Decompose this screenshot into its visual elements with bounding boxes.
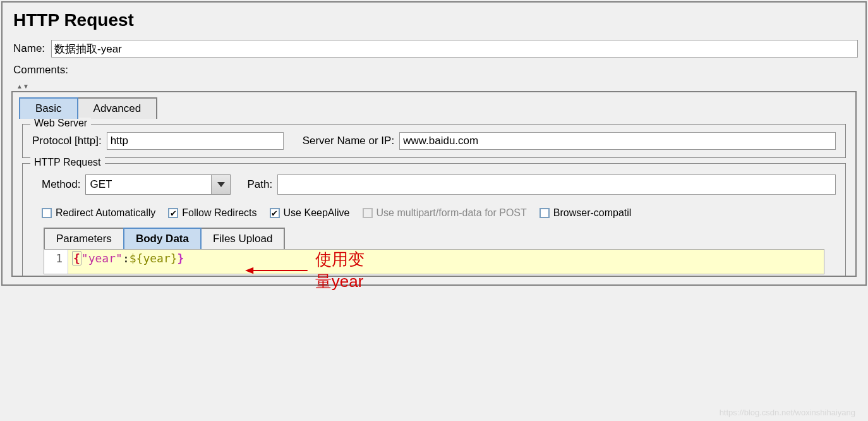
json-key: "year" (81, 252, 123, 265)
follow-redirects-label: Follow Redirects (182, 207, 256, 219)
code-line[interactable]: {"year":${year}} 使用变量year (68, 250, 188, 274)
method-label: Method: (42, 178, 80, 191)
protocol-label: Protocol [http]: (32, 135, 102, 147)
path-input[interactable] (277, 174, 836, 195)
var-name: year (143, 252, 170, 265)
page-title: HTTP Request (10, 10, 858, 30)
redirect-auto-label: Redirect Automatically (56, 207, 155, 219)
server-name-label: Server Name or IP: (303, 135, 395, 147)
name-label: Name: (13, 42, 45, 55)
method-select[interactable]: GET (85, 174, 231, 195)
web-server-fieldset: Web Server Protocol [http]: Server Name … (22, 124, 846, 158)
svg-marker-2 (245, 267, 253, 274)
browser-compat-checkbox[interactable] (539, 208, 550, 218)
keepalive-label: Use KeepAlive (284, 207, 350, 219)
multipart-checkbox (363, 208, 373, 218)
colon: : (123, 252, 130, 265)
brace-close: } (178, 252, 184, 265)
var-close: } (171, 252, 178, 265)
name-row: Name: (10, 40, 858, 58)
protocol-input[interactable] (107, 132, 284, 150)
follow-redirects-checkbox[interactable] (168, 208, 178, 218)
tab-files-upload[interactable]: Files Upload (200, 228, 286, 249)
path-label: Path: (247, 178, 272, 191)
var-open: ${ (130, 252, 143, 265)
expand-collapse-icons[interactable]: ▲▼ (10, 83, 858, 90)
tab-advanced[interactable]: Advanced (77, 97, 158, 119)
name-input[interactable] (51, 40, 858, 58)
comments-label: Comments: (13, 64, 68, 76)
line-number: 1 (44, 250, 68, 274)
server-name-input[interactable] (399, 132, 836, 150)
http-request-legend: HTTP Request (30, 157, 105, 168)
main-tabs: Basic Advanced (19, 97, 855, 119)
tab-parameters[interactable]: Parameters (44, 228, 124, 249)
body-tabs: Parameters Body Data Files Upload (44, 228, 836, 249)
brace-open: { (72, 251, 81, 265)
keepalive-checkbox[interactable] (270, 208, 280, 218)
multipart-label: Use multipart/form-data for POST (377, 207, 527, 219)
comments-row: Comments: (10, 63, 858, 78)
body-data-editor[interactable]: 1 {"year":${year}} 使用变量year (44, 249, 824, 274)
http-request-fieldset: HTTP Request Method: GET Path: Redirect … (22, 163, 846, 276)
arrow-icon (245, 261, 308, 280)
annotation-callout: 使用变量year (245, 248, 380, 293)
watermark: https://blog.csdn.net/woxinshihaiyang (720, 408, 855, 417)
config-panel: Basic Advanced Web Server Protocol [http… (11, 91, 857, 277)
svg-marker-0 (217, 182, 225, 187)
tab-basic[interactable]: Basic (19, 97, 78, 119)
method-value: GET (86, 176, 211, 193)
annotation-text: 使用变量year (315, 248, 380, 293)
web-server-legend: Web Server (30, 118, 91, 129)
browser-compat-label: Browser-compatil (553, 207, 632, 219)
tab-body-data[interactable]: Body Data (123, 228, 202, 249)
dropdown-arrow-icon (211, 175, 230, 194)
http-request-panel: HTTP Request Name: Comments: ▲▼ Basic Ad… (1, 1, 867, 286)
comments-input[interactable] (75, 63, 858, 78)
redirect-auto-checkbox[interactable] (42, 208, 52, 218)
